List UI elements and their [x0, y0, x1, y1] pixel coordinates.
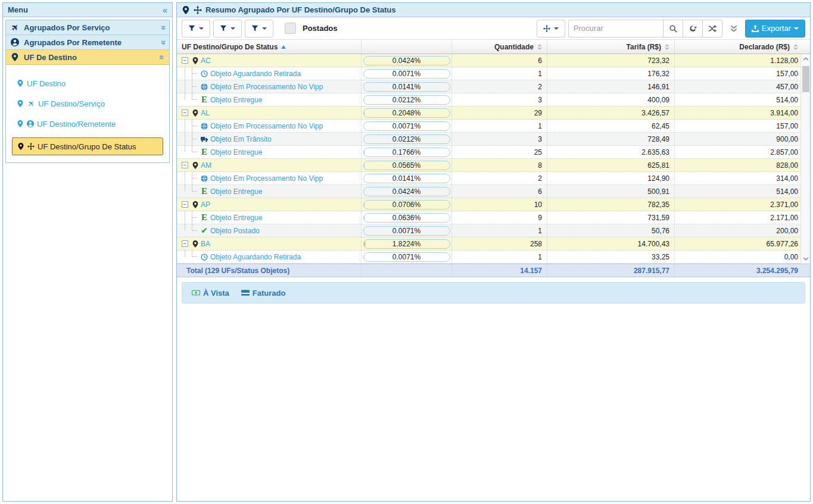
- quantidade-value: 9: [538, 214, 542, 222]
- status-label[interactable]: Objeto Em Processamento No Vipp: [210, 122, 323, 130]
- column-header-uf-grupo-status[interactable]: UF Destino/Grupo De Status: [177, 40, 362, 54]
- status-label[interactable]: Objeto Entregue: [210, 96, 262, 104]
- percent-pill: 0.0071%: [363, 69, 450, 79]
- section-label: Agrupados Por Serviço: [24, 23, 110, 32]
- percent-cell: 0.0424%: [362, 54, 452, 67]
- tarifa-value: 625,81: [547, 159, 675, 171]
- declarado-value: 3.914,00: [770, 109, 798, 117]
- status-label[interactable]: Objeto Em Processamento No Vipp: [210, 83, 323, 91]
- collapse-expander[interactable]: −: [182, 57, 188, 64]
- collapse-expander[interactable]: −: [182, 201, 188, 208]
- scrollbar-track[interactable]: [801, 64, 810, 254]
- quantidade-value: 3: [538, 96, 542, 104]
- collapse-expander[interactable]: −: [182, 109, 188, 116]
- status-label[interactable]: Objeto Aguardando Retirada: [210, 253, 301, 261]
- status-label[interactable]: Objeto Postado: [210, 227, 260, 235]
- status-row[interactable]: Objeto Em Processamento No Vipp0.0141%21…: [177, 80, 810, 93]
- uf-label[interactable]: AM: [201, 161, 211, 170]
- percent-cell: 0.0706%: [362, 198, 452, 211]
- vertical-scrollbar[interactable]: [800, 54, 810, 264]
- status-label[interactable]: Objeto Em Processamento No Vipp: [210, 174, 323, 183]
- postados-checkbox[interactable]: [285, 23, 296, 34]
- search-icon: [669, 24, 677, 33]
- sidebar-item-uf-destino-servico[interactable]: ✈ UF Destino/Serviço: [12, 93, 163, 114]
- status-label[interactable]: Objeto Entregue: [210, 214, 262, 222]
- tarifa-value: 3.426,57: [641, 109, 669, 117]
- column-header-percent[interactable]: [362, 40, 452, 54]
- scroll-down-icon[interactable]: [801, 254, 811, 264]
- uf-label[interactable]: AP: [201, 201, 210, 209]
- status-label[interactable]: Objeto Entregue: [210, 187, 262, 196]
- collapse-expander[interactable]: −: [182, 162, 188, 168]
- uf-group-row[interactable]: −AC0.0424%6723,321.128,00: [177, 54, 810, 67]
- status-row[interactable]: Objeto Aguardando Retirada0.0071%133,250…: [177, 251, 810, 264]
- status-row[interactable]: EObjeto Entregue0.1766%252.635,632.857,0…: [177, 146, 810, 159]
- uf-group-row[interactable]: −AM0.0565%8625,81828,00: [177, 159, 810, 172]
- tarifa-value: 33,25: [652, 253, 669, 261]
- sidebar-item-uf-destino-grupo-status[interactable]: UF Destino/Grupo De Status: [12, 137, 163, 155]
- sidebar-section-uf-destino[interactable]: UF De Destino «: [6, 50, 169, 65]
- sidebar-section-agrupados-remetente[interactable]: Agrupados Por Remetente «: [6, 35, 169, 50]
- scroll-up-icon[interactable]: [801, 54, 811, 64]
- column-header-quantidade[interactable]: Quantidade: [452, 40, 547, 54]
- status-row[interactable]: Objeto Aguardando Retirada0.0071%1176,32…: [177, 67, 810, 80]
- percent-cell: 1.8224%: [362, 237, 452, 250]
- shuffle-icon: [708, 24, 717, 33]
- uf-group-row[interactable]: −AL0.2048%293.426,573.914,00: [177, 107, 810, 120]
- columns-move-button[interactable]: [537, 20, 565, 37]
- filter-button-3[interactable]: [245, 20, 273, 37]
- uf-label[interactable]: AC: [201, 57, 211, 65]
- toggle-view-button[interactable]: [703, 20, 722, 37]
- status-label[interactable]: Objeto Aguardando Retirada: [210, 70, 301, 78]
- tarifa-value: 3.426,57: [547, 107, 675, 119]
- sidebar-title: Menu: [8, 5, 28, 14]
- export-button[interactable]: Exportar: [745, 20, 805, 37]
- status-row[interactable]: Objeto Em Processamento No Vipp0.0071%16…: [177, 120, 810, 133]
- filter-button-2[interactable]: [213, 20, 242, 37]
- search-button[interactable]: [664, 20, 683, 37]
- percent-pill: 1.8224%: [363, 239, 450, 249]
- declarado-value: 457,00: [675, 80, 810, 93]
- sidebar-accordion: ✈ Agrupados Por Serviço « Agrupados Por …: [5, 20, 170, 163]
- column-header-declarado[interactable]: Declarado (R$): [675, 40, 810, 54]
- tarifa-value: 124,90: [547, 172, 675, 184]
- tree-cell: Objeto Em Processamento No Vipp: [177, 172, 362, 184]
- percent-pill: 0.0141%: [363, 82, 450, 92]
- collapse-expander[interactable]: −: [182, 240, 188, 247]
- declarado-value: 65.977,26: [767, 240, 798, 248]
- filter-button-1[interactable]: [182, 20, 210, 37]
- status-row[interactable]: EObjeto Entregue0.0636%9731,592.171,00: [177, 211, 810, 224]
- percent-value: 0.0636%: [393, 214, 420, 222]
- sidebar-item-uf-destino[interactable]: UF Destino: [12, 73, 163, 93]
- status-row[interactable]: ✔Objeto Postado0.0071%150,76200,00: [177, 224, 810, 237]
- percent-cell: 0.2048%: [362, 107, 452, 119]
- status-label[interactable]: Objeto Entregue: [210, 148, 262, 156]
- tarifa-value: 500,91: [547, 185, 675, 198]
- check-icon: ✔: [201, 227, 208, 234]
- uf-label[interactable]: AL: [201, 109, 210, 117]
- status-row[interactable]: EObjeto Entregue0.0424%6500,91514,00: [177, 185, 810, 198]
- uf-label[interactable]: BA: [201, 240, 210, 248]
- sidebar-section-agrupados-servico[interactable]: ✈ Agrupados Por Serviço «: [6, 20, 169, 35]
- tree-cell: EObjeto Entregue: [177, 211, 362, 224]
- column-header-tarifa[interactable]: Tarifa (R$): [547, 40, 675, 54]
- refresh-button[interactable]: [683, 20, 703, 37]
- collapse-sidebar-icon[interactable]: «: [163, 5, 167, 14]
- uf-group-row[interactable]: −AP0.0706%10782,352.371,00: [177, 198, 810, 211]
- tree-connector: [192, 67, 198, 80]
- status-label[interactable]: Objeto Em Trânsito: [210, 135, 272, 143]
- scrollbar-thumb[interactable]: [802, 66, 809, 92]
- export-label: Exportar: [762, 24, 791, 33]
- status-row[interactable]: Objeto Em Processamento No Vipp0.0141%21…: [177, 172, 810, 185]
- main-title-bar: Resumo Agrupado Por UF Destino/Grupo De …: [177, 3, 810, 17]
- collapse-toolbar-button[interactable]: [725, 20, 742, 37]
- sidebar-item-uf-destino-remetente[interactable]: UF Destino/Remetente: [12, 114, 163, 134]
- tarifa-value: 723,32: [547, 54, 675, 67]
- percent-cell: 0.0565%: [362, 159, 452, 171]
- search-input[interactable]: [568, 20, 664, 37]
- status-row[interactable]: EObjeto Entregue0.0212%3400,09514,00: [177, 93, 810, 107]
- quantidade-value: 8: [538, 161, 542, 170]
- tarifa-value: 14.700,43: [638, 240, 669, 248]
- uf-group-row[interactable]: −BA1.8224%25814.700,4365.977,26: [177, 237, 810, 251]
- status-row[interactable]: Objeto Em Trânsito0.0212%3728,49900,00: [177, 133, 810, 146]
